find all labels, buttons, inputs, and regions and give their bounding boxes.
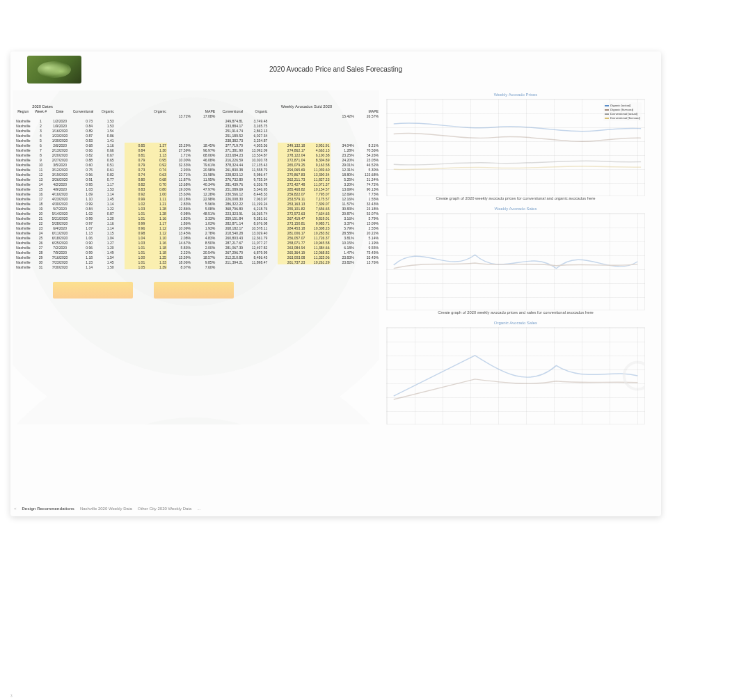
table-row: Nashville236/4/20201.071.140.961.1210.09…	[13, 225, 379, 230]
table-header-row: Region Week # Date Conventional Organic …	[13, 109, 379, 113]
table-row: Nashville41/23/20200.870.86251,189.526,0…	[13, 133, 379, 138]
summary-conv-pct: 13.72%	[167, 113, 191, 118]
col-date: Date	[47, 109, 72, 113]
summary-sconv-pct: 15.42%	[331, 113, 355, 118]
chart-prices-title: Weekly Avocado Prices	[387, 93, 644, 97]
title-block: 2020 Avocado Price and Sales Forecasting	[10, 51, 661, 86]
col-conventional-price: Conventional	[72, 109, 94, 113]
chart-organic-plot	[387, 328, 644, 424]
table-row: Nashville277/2/20200.961.201.011.185.83%…	[13, 245, 379, 250]
table-summary-row: 13.72% 17.08% 15.42% 26.57%	[13, 113, 379, 118]
section-header-row: 2020 Dates Weekly Avocados Sold 2020	[13, 104, 379, 109]
table-row: Nashville297/16/20201.181.541.001.2515.5…	[13, 255, 379, 260]
chart-prices-note: Create graph of 2020 weekly avocado pric…	[383, 196, 648, 200]
chart-prices-legend: Organic (actual) Organic (forecast) Conv…	[603, 102, 642, 121]
table-row: Nashville317/30/20201.141.501.051.398.07…	[13, 264, 379, 269]
page-root: 2020 Avocado Price and Sales Forecasting…	[0, 0, 739, 700]
table-row: Nashville154/9/20201.031.530.830.8019.03…	[13, 186, 379, 191]
table-row: Nashville174/23/20201.101.450.991.1110.1…	[13, 196, 379, 201]
summary-sorg-pct: 26.57%	[355, 113, 379, 118]
col-organic-price: Organic	[93, 109, 115, 113]
col-region: Region	[13, 109, 34, 113]
table-row: Nashville184/30/20200.991.141.021.212.83…	[13, 201, 379, 206]
tab-other-city[interactable]: Other City 2020 Weekly Data	[138, 507, 192, 511]
table-row: Nashville11/2/20200.731.53249,874.813,74…	[13, 118, 379, 123]
col-mape-sales: MAPE	[355, 109, 379, 113]
content-area: 2020 Dates Weekly Avocados Sold 2020	[10, 86, 661, 427]
table-row: Nashville256/18/20201.061.041.041.102.08…	[13, 235, 379, 240]
table-row: Nashville31/16/20200.891.54251,914.742,8…	[13, 128, 379, 133]
table-row: Nashville266/25/20200.901.271.031.1614.6…	[13, 240, 379, 245]
table-row: Nashville215/21/20200.991.201.011.161.82…	[13, 216, 379, 221]
tab-design-recs[interactable]: Design Recommendations	[22, 507, 74, 511]
table-row: Nashville113/12/20200.750.610.730.742.93…	[13, 167, 379, 172]
table-row: Nashville246/11/20201.131.150.981.1213.4…	[13, 230, 379, 235]
data-table-area: 2020 Dates Weekly Avocados Sold 2020	[13, 90, 379, 424]
forecast-preset-row	[13, 282, 379, 299]
chart-org-title: Organic Avocado Sales	[387, 321, 644, 325]
table-row: Nashville307/23/20201.231.451.011.3318.0…	[13, 260, 379, 264]
table-row: Nashville225/28/20200.971.160.991.171.86…	[13, 221, 379, 225]
table-row: Nashville133/26/20200.910.770.800.6811.8…	[13, 177, 379, 182]
avocado-logo	[27, 56, 81, 83]
table-row: Nashville72/13/20200.660.660.841.3027.59…	[13, 148, 379, 152]
forecast-preset-sales[interactable]	[154, 282, 234, 299]
chart-prices: Weekly Avocado Prices Organic (actual) O…	[386, 99, 645, 196]
summary-org-pct: 17.08%	[191, 113, 216, 118]
chart-sales-group: Weekly Avocado Sales Create graph of 202…	[383, 213, 648, 316]
page-number: 3	[10, 694, 13, 698]
table-row: Nashville195/7/20200.841.221.031.2822.86…	[13, 206, 379, 211]
table-row: Nashville82/20/20200.820.670.811.131.71%…	[13, 152, 379, 157]
chart-sales-plot	[387, 214, 644, 310]
table-row: Nashville21/9/20200.841.53233,884.173,16…	[13, 123, 379, 128]
chart-sales: Weekly Avocado Sales	[386, 213, 645, 310]
page-title: 2020 Avocado Price and Sales Forecasting	[10, 51, 661, 73]
table-row: Nashville164/16/20201.091.140.921.0015.6…	[13, 191, 379, 196]
svg-point-0	[624, 363, 644, 390]
sheet-tabs[interactable]: < Design Recommendations Nashville 2020 …	[14, 507, 200, 511]
worksheet-card: 2020 Avocado Price and Sales Forecasting…	[10, 51, 661, 516]
chart-organic: Organic Avocado Sales	[386, 327, 645, 424]
dates-header: 2020 Dates	[13, 104, 72, 109]
weekly-header: Weekly Avocados Sold 2020	[234, 104, 379, 109]
chart-organic-group: Organic Avocado Sales	[383, 327, 648, 424]
table-row: Nashville51/30/20200.831.41238,382.733,2…	[13, 138, 379, 143]
forecast-table: Region Week # Date Conventional Organic …	[13, 109, 379, 269]
col-organic-fc-lbl: Organic	[145, 109, 167, 113]
table-row: Nashville62/6/20200.681.160.851.3725.29%…	[13, 143, 379, 148]
table-row: Nashville103/5/20200.600.510.790.9232.33…	[13, 162, 379, 167]
table-row: Nashville205/14/20201.020.871.011.280.98…	[13, 211, 379, 216]
table-row: Nashville144/2/20200.951.170.820.7013.68…	[13, 182, 379, 186]
table-row: Nashville123/19/20200.960.820.740.6322.7…	[13, 172, 379, 177]
col-organic-sales: Organic	[244, 109, 268, 113]
table-row: Nashville287/9/20200.991.491.011.182.22%…	[13, 250, 379, 255]
tab-prev-icon[interactable]: <	[14, 507, 17, 511]
chart-prices-group: Weekly Avocado Prices Organic (actual) O…	[383, 99, 648, 202]
charts-column: Weekly Avocado Prices Organic (actual) O…	[383, 90, 648, 424]
col-conventional-sales: Conventional	[216, 109, 244, 113]
table-row: Nashville92/27/20200.880.650.790.9510.00…	[13, 157, 379, 162]
chart-sales-title: Weekly Avocado Sales	[387, 207, 644, 211]
col-mape-price: MAPE	[191, 109, 216, 113]
tab-nashville[interactable]: Nashville 2020 Weekly Data	[80, 507, 132, 511]
forecast-preset-price[interactable]	[53, 282, 133, 299]
col-week: Week #	[34, 109, 48, 113]
tab-more[interactable]: ...	[197, 507, 200, 511]
chart-sales-note: Create graph of 2020 weekly avocado pric…	[383, 310, 648, 315]
